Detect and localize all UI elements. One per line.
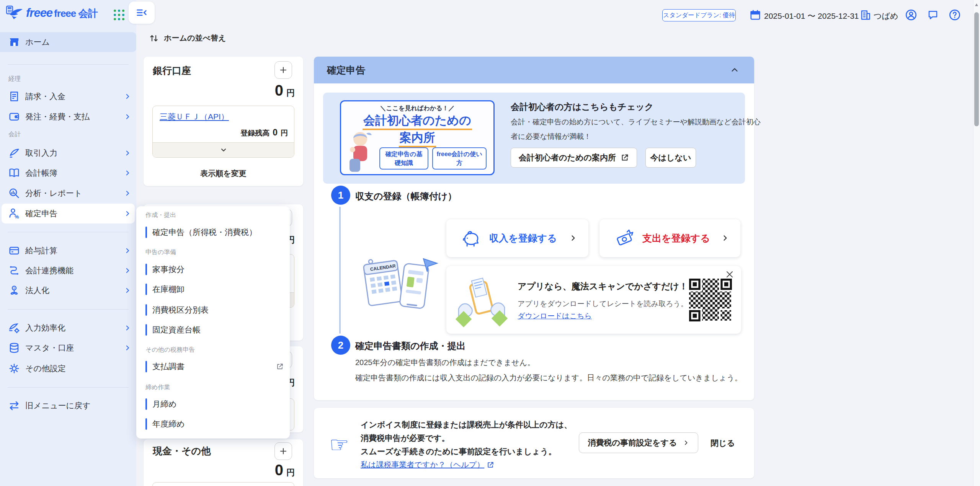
item-accent-bar <box>145 304 147 316</box>
flyout-item-home-allocation[interactable]: 家事按分 <box>145 261 281 278</box>
scrollbar-thumb[interactable] <box>974 12 979 126</box>
beginner-guide-illustration[interactable]: ＼ここを見ればわかる！／ 会計初心者のための 案内所 <box>340 100 495 175</box>
company-name[interactable]: つばめ <box>874 11 898 21</box>
chat-feedback-icon[interactable] <box>927 9 939 21</box>
flyout-item-label: 固定資産台帳 <box>152 325 201 335</box>
flyout-item-inventory[interactable]: 在庫棚卸 <box>145 281 281 298</box>
flyout-item-payment-report[interactable]: 支払調書 <box>145 358 281 375</box>
step2-number-badge: 2 <box>331 336 350 355</box>
taxable-business-help-link[interactable]: 私は課税事業者ですか？（ヘルプ） <box>361 460 494 470</box>
tax-panel-header[interactable]: 確定申告 <box>314 57 754 83</box>
sidebar-item-old-menu[interactable]: 旧メニューに戻す <box>0 396 136 416</box>
reorder-link[interactable]: 表示順を変更 <box>144 168 303 179</box>
company-building-icon[interactable] <box>860 9 871 21</box>
sidebar-item-input-efficiency[interactable]: 入力効率化 <box>0 318 136 338</box>
scrollbar-up-arrow[interactable] <box>975 3 978 7</box>
app-banner-description: アプリをダウンロードしてレシートを読み取ろう。 <box>518 299 688 309</box>
bank-account-link[interactable]: 三菱ＵＦＪ（API） <box>160 111 229 122</box>
item-accent-bar <box>145 284 147 295</box>
flyout-item-monthly-close[interactable]: 月締め <box>145 395 281 413</box>
payment-card-icon <box>8 245 20 256</box>
account-expand-button[interactable] <box>153 142 294 157</box>
sidebar-item-label: 会計連携機能 <box>25 265 74 276</box>
sidebar-item-payroll[interactable]: 給与計算 <box>0 241 136 261</box>
app-switcher-grid-icon[interactable] <box>113 8 126 21</box>
flyout-group-label: 作成・提出 <box>145 211 176 219</box>
chevron-up-icon[interactable] <box>730 66 740 74</box>
app-logo[interactable]: freeefreee 会計 <box>6 5 98 21</box>
piggy-bank-icon <box>460 227 482 250</box>
sidebar-item-master-accounts[interactable]: マスタ・口座 <box>0 338 136 358</box>
external-link-icon <box>487 461 494 469</box>
balance-currency: 円 <box>281 128 288 138</box>
chevron-right-icon <box>124 344 131 351</box>
add-cash-account-button[interactable] <box>274 442 292 460</box>
chevron-right-icon <box>124 170 131 176</box>
balance-label: 登録残高 <box>240 128 270 138</box>
balance-value: 0 <box>273 127 278 138</box>
register-expense-button[interactable]: 支出を登録する <box>599 219 740 257</box>
sidebar-item-integrations[interactable]: 会計連携機能 <box>0 261 136 281</box>
banner-heading: 会計初心者の方はこちらもチェック <box>511 101 653 113</box>
home-sort-control[interactable]: ホームの並べ替え <box>149 33 226 43</box>
pill-how-to-use: freee会計の使い方 <box>432 147 487 170</box>
sidebar-divider <box>8 232 129 232</box>
external-link-icon <box>276 363 284 370</box>
calendar-phone-illustration: CALENDAR <box>359 248 443 317</box>
app-download-link[interactable]: ダウンロードはこちら <box>518 311 592 321</box>
hands-phone-illustration <box>455 272 508 328</box>
person-percent-icon: % <box>8 208 20 219</box>
pill-tax-basics: 確定申告の基礎知識 <box>379 147 428 170</box>
close-notice-button[interactable]: 閉じる <box>710 438 735 448</box>
fiscal-period-selector[interactable]: 2025-01-01 〜 2025-12-31 <box>764 11 859 21</box>
plan-badge[interactable]: スタンダードプラン: 優待 <box>662 9 736 21</box>
sidebar-item-transactions[interactable]: 取引入力 <box>0 143 136 163</box>
connection-link-icon <box>8 265 20 276</box>
not-now-button[interactable]: 今はしない <box>645 148 696 168</box>
pointing-hand-icon: ☞ <box>329 432 349 458</box>
sidebar-item-home[interactable]: ホーム <box>0 32 136 52</box>
calendar-icon[interactable] <box>750 9 761 21</box>
database-icon <box>8 342 20 354</box>
sidebar-item-label: マスタ・口座 <box>25 342 74 353</box>
sidebar-item-reports[interactable]: 分析・レポート <box>0 183 136 203</box>
register-income-button[interactable]: 収入を登録する <box>446 219 588 257</box>
tax-return-panel: 確定申告 ＼ここを見ればわかる！／ 会計初心者のための 案内所 <box>314 57 754 400</box>
sidebar-item-incorporation[interactable]: 法人化 <box>0 281 136 300</box>
sidebar-item-ledgers[interactable]: 会計帳簿 <box>0 163 136 183</box>
button-label: 今はしない <box>650 152 691 163</box>
button-label: 消費税の事前設定をする <box>588 437 677 448</box>
consumption-tax-settings-button[interactable]: 消費税の事前設定をする <box>579 432 698 453</box>
sidebar-divider <box>8 309 129 310</box>
button-label: 収入を登録する <box>489 232 557 245</box>
sidebar-item-expenses[interactable]: 発注・経費・支払 <box>0 107 136 127</box>
logo-product-name: freee 会計 <box>54 8 97 19</box>
sidebar-item-other-settings[interactable]: その他設定 <box>0 359 136 378</box>
sidebar-item-label: 会計帳簿 <box>25 168 57 178</box>
sidebar-collapse-button[interactable] <box>129 2 155 24</box>
pen-gear-icon <box>8 322 20 334</box>
flyout-item-consumption-tax-table[interactable]: 消費税区分別表 <box>145 301 281 319</box>
add-bank-account-button[interactable] <box>274 61 292 79</box>
chevron-right-icon <box>124 325 131 331</box>
help-icon[interactable] <box>949 9 961 21</box>
sidebar-item-label: 旧メニューに戻す <box>25 400 90 411</box>
flyout-item-tax-return-income-consumption[interactable]: 確定申告（所得税・消費税） <box>145 223 281 241</box>
item-accent-bar <box>145 418 147 430</box>
user-account-icon[interactable] <box>905 9 917 21</box>
sidebar-item-billing[interactable]: 請求・入金 <box>0 86 136 106</box>
flyout-group-label: その他の税務申告 <box>145 346 195 354</box>
sidebar-section-label: 会計 <box>8 130 21 139</box>
person-illustration <box>344 128 375 174</box>
flyout-item-annual-close[interactable]: 年度締め <box>145 415 281 433</box>
home-sort-label: ホームの並べ替え <box>164 33 226 43</box>
amount-currency: 円 <box>286 467 295 478</box>
flyout-item-fixed-assets[interactable]: 固定資産台帳 <box>145 321 281 339</box>
sidebar-item-tax-return[interactable]: % 確定申告 <box>2 204 135 223</box>
qr-code <box>688 278 733 322</box>
beginner-guide-button[interactable]: 会計初心者のための案内所 <box>511 148 637 168</box>
widget-total-amount: 0 円 <box>275 462 295 479</box>
money-bill-icon <box>613 227 635 250</box>
illustration-title-line2: 案内所 <box>399 130 436 147</box>
link-label: 私は課税事業者ですか？（ヘルプ） <box>361 460 484 470</box>
